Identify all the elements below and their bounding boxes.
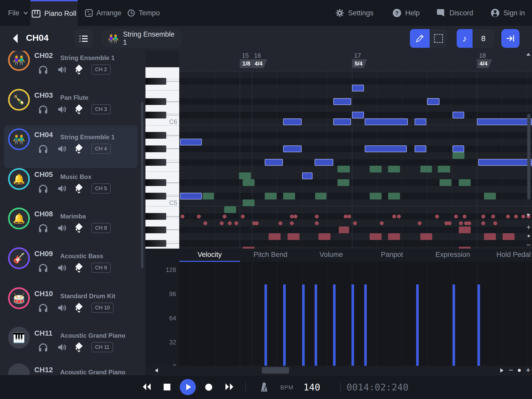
midi-note-ghost-green[interactable] [283,193,295,200]
controller-tab-pitch-bend[interactable]: Pitch Bend [240,249,301,261]
discord-button[interactable]: Discord [436,0,473,26]
black-key[interactable] [145,159,166,166]
controller-tab-expression[interactable]: Expression [422,249,483,261]
tab-tempo[interactable]: Tempo [127,0,160,26]
drum-hit-dot[interactable] [448,221,451,225]
midi-note-selected-track[interactable] [352,85,364,91]
layers-icon[interactable] [76,224,82,232]
sign-in-button[interactable]: Sign in [490,0,525,26]
zoom-reset-button[interactable]: ● [515,366,523,375]
midi-note-ghost-green[interactable] [243,179,255,186]
track-avatar[interactable]: 🎸 [8,247,30,269]
midi-note-selected-track[interactable] [365,118,408,125]
mute-icon[interactable] [58,264,66,272]
drum-hit-dot[interactable] [481,215,485,218]
bpm-value[interactable]: 140 [303,382,320,393]
midi-note-ghost-green[interactable] [370,193,382,200]
track-avatar[interactable] [8,363,30,375]
drum-hit-dot[interactable] [418,221,422,225]
midi-note-ghost-green[interactable] [239,172,251,179]
midi-note-selected-track[interactable] [302,172,312,179]
velocity-bar[interactable] [333,284,336,366]
midi-note-ghost-green[interactable] [453,152,464,159]
black-key[interactable] [145,98,166,105]
stop-button[interactable] [164,384,170,390]
drum-hit-dot[interactable] [220,221,224,225]
drum-hit-dot[interactable] [397,215,401,218]
timeline-ruler[interactable]: 151/8164/4175/4184/4 [179,51,532,71]
track-list-scrollbar[interactable] [141,102,143,268]
fast-forward-button[interactable] [225,383,234,391]
track-avatar[interactable]: 🎹 [8,327,30,349]
midi-note-selected-track[interactable] [352,112,364,118]
drum-hit-dot[interactable] [197,215,201,218]
midi-note-selected-track[interactable] [180,193,202,200]
track-list-button[interactable] [74,29,93,48]
layers-icon[interactable] [76,105,82,113]
track-row-ch09[interactable]: 🎸CH09Acoustic BassCH 9 [0,248,145,284]
midi-note-ghost-green[interactable] [203,193,214,200]
layers-icon[interactable] [76,185,82,192]
black-key[interactable] [145,145,166,152]
grid-vertical-scrollbar[interactable] [527,114,530,200]
drum-hit-dot[interactable] [241,215,245,218]
controller-tab-panpot[interactable]: Panpot [362,249,422,261]
grid-zoom-in-button[interactable]: + [525,223,532,232]
mute-icon[interactable] [58,105,66,114]
black-key[interactable] [145,227,166,233]
velocity-bar[interactable] [302,284,305,366]
midi-note-ghost-green[interactable] [484,193,496,200]
track-row-ch12[interactable]: CH12Acoustic Grand Piano [0,364,145,375]
layers-icon[interactable] [76,145,82,153]
track-row-ch02[interactable]: 👫CH02String Ensemble 1CH 2 [0,51,145,86]
mute-icon[interactable] [58,65,66,74]
play-button[interactable] [180,379,196,395]
scroll-right-icon[interactable] [500,368,504,373]
drum-hit-dot[interactable] [380,221,384,225]
midi-note-selected-track[interactable] [333,98,351,105]
scroll-left-icon[interactable] [154,368,158,373]
back-button[interactable] [12,33,19,45]
drum-hit-dot[interactable] [392,215,396,218]
time-signature-badge[interactable]: 4/4 [477,59,492,68]
midi-note-selected-track[interactable] [453,112,464,118]
track-row-ch08[interactable]: 🔔CH08MarimbaCH 8 [0,208,145,244]
headphone-icon[interactable] [38,303,48,312]
mute-icon[interactable] [58,145,66,153]
midi-note-selected-track[interactable] [427,98,440,105]
drum-hit-dot[interactable] [203,221,207,225]
midi-note-selected-track[interactable] [283,118,302,125]
headphone-icon[interactable] [38,105,48,114]
track-row-ch10[interactable]: 🥁CH10Standard Drum KitCH 10 [0,288,145,324]
black-key[interactable] [145,78,166,85]
note-length-value[interactable]: 8 [473,29,494,48]
drum-hit-dot[interactable] [228,221,232,225]
mute-icon[interactable] [58,304,66,312]
selection-tool-button[interactable] [430,29,447,48]
midi-note-ghost-green[interactable] [370,166,382,172]
midi-note-selected-track[interactable] [415,118,426,125]
track-avatar[interactable]: 👬 [8,128,30,150]
drum-hit-dot[interactable] [481,221,485,225]
black-key[interactable] [145,112,166,118]
piano-keyboard[interactable]: C6C5 [145,67,179,249]
drum-hit-dot[interactable] [491,215,495,218]
metronome-icon[interactable] [260,382,269,393]
track-avatar[interactable]: 🍾 [8,89,30,111]
velocity-bar[interactable] [264,284,267,366]
midi-note-ghost-green[interactable] [224,206,236,213]
track-row-ch11[interactable]: 🎹CH11Acoustic Grand PianoCH 11 [0,327,145,363]
drum-hit-dot[interactable] [347,215,351,218]
midi-note-ghost-red[interactable] [269,233,281,240]
midi-note-ghost-red[interactable] [484,233,496,240]
drum-hit-dot[interactable] [278,221,282,225]
drum-hit-dot[interactable] [294,215,297,218]
time-signature-badge[interactable]: 4/4 [252,59,267,68]
drum-hit-dot[interactable] [467,221,471,225]
grid-zoom-reset-button[interactable]: ● [525,233,532,239]
black-key[interactable] [145,132,166,139]
drum-hit-dot[interactable] [234,221,238,225]
zoom-out-button[interactable]: − [507,366,515,375]
headphone-icon[interactable] [38,65,48,74]
drum-hit-dot[interactable] [344,215,348,218]
